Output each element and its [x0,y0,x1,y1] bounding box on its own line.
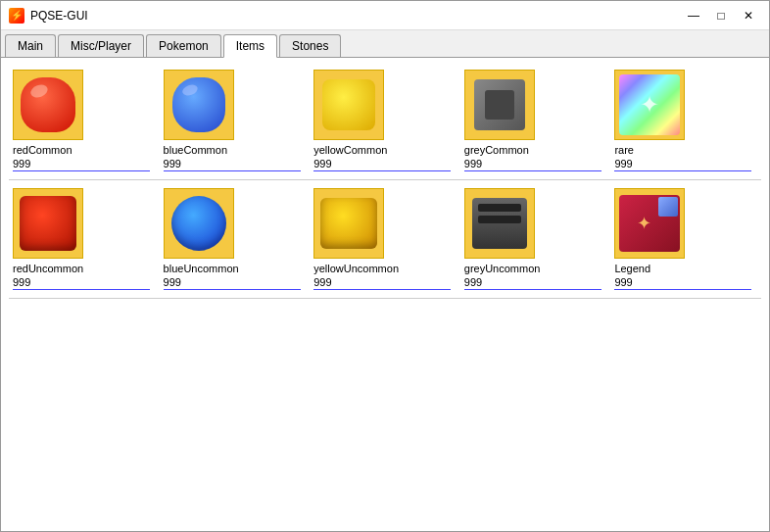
item-cell-legend: Legend 999 [610,184,761,294]
item-name-greyUncommon: greyUncommon [464,263,541,274]
item-icon-yellowUncommon [313,188,384,259]
item-name-yellowCommon: yellowCommon [313,144,387,156]
item-cell-redUncommon: redUncommon 999 [9,184,160,294]
items-grid: redCommon 999 blueCommon 999 yellowCommo… [9,66,761,303]
item-name-rare: rare [614,144,634,156]
close-button[interactable]: ✕ [736,6,761,25]
grey-uncommon-icon [472,198,527,249]
red-uncommon-icon [20,196,76,251]
window-title: PQSE-GUI [30,9,88,23]
item-value-rare[interactable]: 999 [614,158,751,171]
grey-common-icon [474,79,525,130]
items-row-1: redCommon 999 blueCommon 999 yellowCommo… [9,66,761,180]
tab-main[interactable]: Main [5,34,56,57]
item-cell-redCommon: redCommon 999 [9,66,160,175]
item-cell-rare: rare 999 [610,66,761,175]
item-value-redCommon[interactable]: 999 [13,158,150,171]
item-value-legend[interactable]: 999 [614,276,751,290]
tab-misc-player[interactable]: Misc/Player [58,34,144,57]
item-name-blueUncommon: blueUncommon [164,263,239,274]
app-icon: ⚡ [9,8,24,24]
item-icon-redUncommon [13,188,83,259]
item-value-redUncommon[interactable]: 999 [13,276,150,290]
item-name-yellowUncommon: yellowUncommon [313,263,399,274]
item-value-blueUncommon[interactable]: 999 [164,276,301,290]
item-name-redCommon: redCommon [13,144,72,156]
blue-common-icon [172,77,225,132]
item-value-blueCommon[interactable]: 999 [164,158,301,171]
item-name-greyCommon: greyCommon [464,144,529,156]
item-icon-redCommon [13,70,83,140]
item-icon-yellowCommon [313,70,384,140]
item-cell-blueUncommon: blueUncommon 999 [160,184,311,294]
item-name-redUncommon: redUncommon [13,263,83,274]
yellow-common-icon [322,79,375,130]
item-name-blueCommon: blueCommon [164,144,227,156]
content-area: redCommon 999 blueCommon 999 yellowCommo… [1,58,769,531]
maximize-button[interactable]: □ [708,6,734,25]
legend-icon [619,195,680,252]
title-left: ⚡ PQSE-GUI [9,8,88,24]
item-value-greyCommon[interactable]: 999 [464,158,602,171]
rare-icon [619,74,680,135]
item-name-legend: Legend [614,263,650,274]
item-icon-greyUncommon [464,188,535,259]
tab-items[interactable]: Items [223,34,277,58]
item-cell-yellowUncommon: yellowUncommon 999 [310,184,460,294]
main-window: ⚡ PQSE-GUI — □ ✕ Main Misc/Player Pokemo… [0,0,770,532]
item-icon-blueUncommon [164,188,234,259]
item-cell-greyUncommon: greyUncommon 999 [460,184,611,294]
tab-pokemon[interactable]: Pokemon [146,34,221,57]
item-icon-legend [614,188,685,259]
item-icon-blueCommon [164,70,234,140]
red-common-icon [21,77,75,132]
title-bar: ⚡ PQSE-GUI — □ ✕ [1,1,769,30]
title-controls: — □ ✕ [681,6,761,25]
items-row-2: redUncommon 999 blueUncommon 999 yellowU… [9,184,761,299]
minimize-button[interactable]: — [681,6,706,25]
item-cell-greyCommon: greyCommon 999 [460,66,611,175]
tab-bar: Main Misc/Player Pokemon Items Stones [1,30,769,58]
item-cell-blueCommon: blueCommon 999 [160,66,311,175]
item-cell-yellowCommon: yellowCommon 999 [310,66,460,175]
item-icon-rare [614,70,685,140]
blue-uncommon-icon [171,196,226,251]
tab-stones[interactable]: Stones [279,34,341,57]
item-value-yellowUncommon[interactable]: 999 [313,276,451,290]
item-value-yellowCommon[interactable]: 999 [313,158,451,171]
item-icon-greyCommon [464,70,535,140]
yellow-uncommon-icon [320,198,377,249]
item-value-greyUncommon[interactable]: 999 [464,276,602,290]
